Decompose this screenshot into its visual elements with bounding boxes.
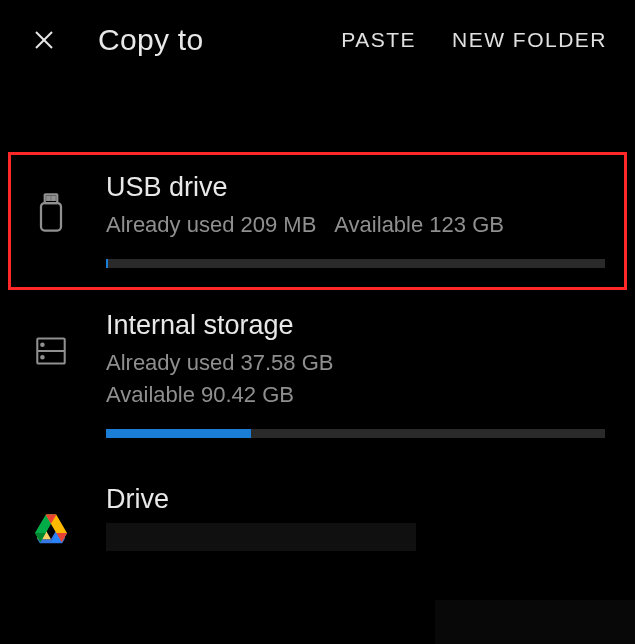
storage-details: Internal storage Already used 37.58 GB A… — [106, 310, 605, 438]
storage-list: USB drive Already used 209 MB Available … — [0, 80, 635, 573]
available-label: Available 123 GB — [334, 209, 504, 241]
storage-stats: Already used 37.58 GB Available 90.42 GB — [106, 347, 605, 411]
usb-icon — [30, 192, 72, 234]
progress-bar — [106, 429, 605, 438]
close-button[interactable] — [28, 24, 60, 56]
storage-details: Drive — [106, 484, 605, 551]
progress-bar — [106, 259, 605, 268]
progress-fill — [106, 259, 108, 268]
storage-name: USB drive — [106, 172, 605, 203]
storage-name: Drive — [106, 484, 605, 515]
header: Copy to PASTE NEW FOLDER — [0, 0, 635, 80]
progress-fill — [106, 429, 251, 438]
paste-button[interactable]: PASTE — [341, 28, 416, 52]
used-label: Already used 37.58 GB — [106, 347, 605, 379]
storage-name: Internal storage — [106, 310, 605, 341]
svg-point-8 — [41, 343, 44, 346]
svg-rect-5 — [41, 203, 61, 231]
svg-point-9 — [41, 356, 44, 359]
available-label: Available 90.42 GB — [106, 379, 605, 411]
close-icon — [32, 28, 56, 52]
storage-item-drive[interactable]: Drive — [0, 460, 635, 573]
storage-details: USB drive Already used 209 MB Available … — [106, 172, 605, 268]
storage-item-usb[interactable]: USB drive Already used 209 MB Available … — [8, 152, 627, 290]
redacted-text — [106, 523, 416, 551]
storage-item-internal[interactable]: Internal storage Already used 37.58 GB A… — [0, 290, 635, 460]
storage-stats: Already used 209 MB Available 123 GB — [106, 209, 605, 241]
used-label: Already used 209 MB — [106, 209, 316, 241]
header-actions: PASTE NEW FOLDER — [341, 28, 607, 52]
new-folder-button[interactable]: NEW FOLDER — [452, 28, 607, 52]
google-drive-icon — [30, 506, 72, 548]
page-title: Copy to — [98, 23, 204, 57]
redacted-area — [435, 600, 635, 644]
svg-rect-3 — [47, 197, 50, 200]
svg-rect-4 — [52, 197, 55, 200]
storage-icon — [30, 330, 72, 372]
